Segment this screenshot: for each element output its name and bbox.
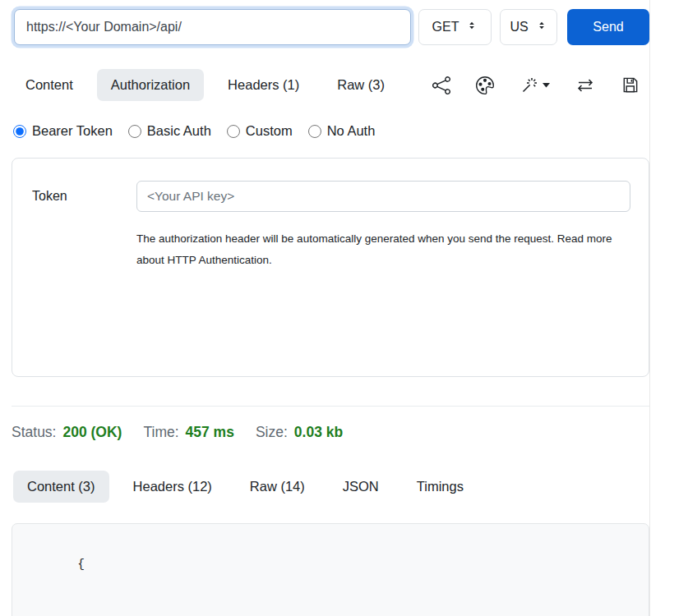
auth-type-options: Bearer Token Basic Auth Custom No Auth — [12, 123, 649, 139]
generate-code-dropdown-button[interactable] — [519, 76, 550, 95]
compare-button[interactable] — [575, 76, 595, 95]
tab-headers[interactable]: Headers (1) — [214, 69, 313, 101]
updown-arrows-icon — [466, 20, 478, 34]
time-label: Time: — [143, 424, 178, 441]
response-status-bar: Status: 200 (OK) Time: 457 ms Size: 0.03… — [12, 424, 649, 441]
status-label: Status: — [12, 424, 56, 441]
caret-down-icon — [543, 83, 550, 88]
code-line: { — [35, 534, 635, 595]
size-group: Size: 0.03 kb — [256, 424, 343, 441]
api-tester-page: GET US Send Content Authorization Header… — [12, 0, 649, 616]
url-input[interactable] — [14, 9, 411, 45]
time-value: 457 ms — [186, 424, 234, 441]
region-select-value: US — [510, 20, 528, 34]
basic-auth-radio[interactable] — [128, 125, 141, 138]
auth-option-basic-auth[interactable]: Basic Auth — [128, 123, 211, 139]
response-tabs: Content (3) Headers (12) Raw (14) JSON T… — [12, 471, 649, 503]
no-auth-radio[interactable] — [308, 125, 321, 138]
auth-option-no-auth[interactable]: No Auth — [308, 123, 376, 139]
tab-content[interactable]: Content — [12, 69, 87, 101]
auth-option-bearer-token[interactable]: Bearer Token — [13, 123, 113, 139]
response-tab-raw[interactable]: Raw (14) — [236, 471, 319, 503]
auth-option-label: Basic Auth — [147, 123, 211, 139]
section-divider — [12, 406, 649, 407]
save-icon — [621, 76, 640, 94]
auth-option-label: No Auth — [327, 123, 376, 139]
auth-option-custom[interactable]: Custom — [227, 123, 293, 139]
magic-wand-icon — [519, 76, 539, 95]
auth-option-label: Bearer Token — [32, 123, 113, 139]
token-field-row: Token — [32, 181, 630, 212]
token-panel: Token The authorization header will be a… — [12, 158, 649, 377]
token-label: Token — [32, 189, 136, 204]
method-select[interactable]: GET — [418, 9, 492, 45]
token-input[interactable] — [136, 181, 630, 212]
swap-arrows-icon — [575, 76, 595, 95]
code-line: "message": "API running." — [35, 595, 635, 616]
palette-icon — [476, 76, 494, 94]
response-tab-timings[interactable]: Timings — [403, 471, 478, 503]
custom-auth-radio[interactable] — [227, 125, 240, 138]
send-button[interactable]: Send — [567, 9, 649, 45]
code-punctuation: { — [77, 558, 85, 571]
method-select-value: GET — [432, 20, 459, 34]
tab-raw[interactable]: Raw (3) — [323, 69, 399, 101]
status-group: Status: 200 (OK) — [12, 424, 122, 441]
token-help-text: The authorization header will be automat… — [136, 228, 620, 270]
save-request-button[interactable] — [621, 76, 640, 94]
request-tabs-row: Content Authorization Headers (1) Raw (3… — [12, 69, 649, 101]
updown-arrows-icon — [536, 20, 547, 34]
tab-authorization[interactable]: Authorization — [97, 69, 204, 101]
theme-button[interactable] — [476, 76, 494, 94]
share-button[interactable] — [432, 76, 450, 94]
response-tab-json[interactable]: JSON — [329, 471, 393, 503]
status-value: 200 (OK) — [62, 424, 122, 441]
bearer-token-radio[interactable] — [13, 125, 26, 138]
request-tabs: Content Authorization Headers (1) Raw (3… — [12, 69, 399, 101]
region-select[interactable]: US — [500, 9, 557, 45]
size-value: 0.03 kb — [294, 424, 343, 441]
page-right-divider — [649, 0, 650, 616]
share-icon — [432, 76, 450, 94]
request-bar: GET US Send — [12, 7, 649, 48]
icon-toolbar — [432, 76, 649, 95]
auth-option-label: Custom — [246, 123, 293, 139]
size-label: Size: — [256, 424, 288, 441]
response-tab-headers[interactable]: Headers (12) — [119, 471, 226, 503]
response-tab-content[interactable]: Content (3) — [13, 471, 109, 503]
response-body-code: { "message": "API running." } — [12, 523, 649, 616]
time-group: Time: 457 ms — [143, 424, 233, 441]
